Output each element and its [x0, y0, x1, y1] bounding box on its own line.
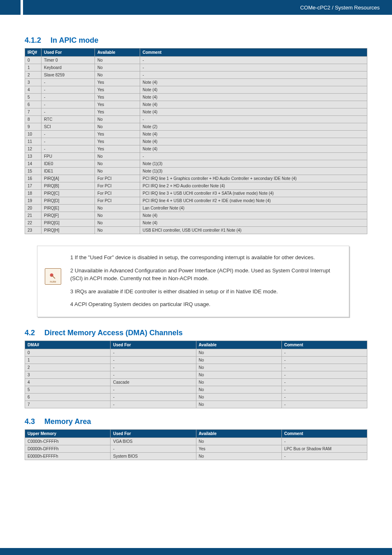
table-row: 0Timer 0No-: [25, 57, 367, 64]
table-cell: PIRQ[F]: [42, 212, 95, 219]
table-row: 0-No-: [25, 349, 367, 356]
table-row: 23PIRQ[H]NoUSB EHCI controller, USB UCHI…: [25, 227, 367, 234]
table-row: 7-YesNote (4): [25, 108, 367, 116]
table-cell: 1: [25, 356, 111, 364]
table-cell: -: [281, 378, 367, 386]
table-cell: PCI IRQ line 1 + Graphics controller + H…: [140, 175, 367, 182]
table-cell: USB EHCI controller, USB UCHI controller…: [140, 227, 367, 234]
col-usedfor: Used For: [111, 429, 196, 438]
note-line: 4 ACPI Operating System decides on parti…: [70, 300, 337, 309]
table-cell: Note (4): [140, 145, 367, 153]
table-cell: Yes: [95, 131, 140, 138]
col-available: Available: [196, 429, 281, 438]
footer-bar: 53: [0, 548, 392, 555]
col-usedfor: Used For: [111, 341, 196, 349]
table-cell: Yes: [95, 94, 140, 101]
table-cell: 6: [25, 101, 42, 108]
table-cell: PCI IRQ line 2 + HD Audio controller Not…: [140, 182, 367, 190]
table-cell: 20: [25, 205, 42, 212]
col-dma: DMA#: [25, 341, 111, 349]
table-row: 4CascadeNo-: [25, 378, 367, 386]
table-cell: For PCI: [95, 175, 140, 182]
table-row: 21PIRQ[F]NoNote (4): [25, 212, 367, 219]
table-cell: -: [281, 452, 367, 460]
table-cell: 19: [25, 197, 42, 205]
table-cell: PCI IRQ line 4 + USB UCHI controller #2 …: [140, 197, 367, 205]
table-cell: 0: [25, 57, 42, 64]
table-cell: No: [196, 452, 281, 460]
table-cell: Yes: [95, 101, 140, 108]
table-cell: -: [111, 371, 196, 378]
col-comment: Comment: [281, 429, 367, 438]
table-cell: -: [42, 131, 95, 138]
table-row: 6-No-: [25, 393, 367, 401]
table-cell: No: [196, 438, 281, 445]
table-cell: For PCI: [95, 190, 140, 197]
note-line: 2 Unavailable in Advanced Configuration …: [70, 267, 337, 283]
table-cell: For PCI: [95, 182, 140, 190]
table-cell: Note (4): [140, 138, 367, 145]
table-cell: Slave 8259: [42, 71, 95, 79]
section-number: 4.2: [25, 329, 35, 337]
table-row: 16PIRQ[A]For PCIPCI IRQ line 1 + Graphic…: [25, 175, 367, 182]
table-cell: No: [95, 227, 140, 234]
section-heading: In APIC mode: [51, 36, 98, 44]
table-cell: No: [196, 349, 281, 356]
table-cell: No: [95, 153, 140, 160]
page-content: 4.1.2 In APIC mode IRQ# Used For Availab…: [0, 15, 392, 491]
table-cell: 3: [25, 79, 42, 86]
table-cell: For PCI: [95, 197, 140, 205]
table-row: 3-YesNote (4): [25, 79, 367, 86]
table-cell: No: [196, 371, 281, 378]
table-cell: 10: [25, 131, 42, 138]
header-bar: COMe-cPC2 / System Resources: [0, 0, 392, 15]
table-cell: -: [281, 349, 367, 356]
col-usedfor: Used For: [42, 48, 95, 57]
mem-table: Upper Memory Used For Available Comment …: [25, 429, 367, 460]
table-cell: 7: [25, 108, 42, 116]
section-apic-title: 4.1.2 In APIC mode: [25, 36, 367, 45]
breadcrumb: COMe-cPC2 / System Resources: [300, 5, 380, 11]
table-cell: -: [111, 364, 196, 371]
table-cell: Yes: [95, 86, 140, 94]
table-row: 17PIRQ[B]For PCIPCI IRQ line 2 + HD Audi…: [25, 182, 367, 190]
table-cell: IDE0: [42, 160, 95, 168]
table-cell: PIRQ[G]: [42, 219, 95, 227]
table-cell: No: [95, 219, 140, 227]
table-cell: -: [140, 71, 367, 79]
table-cell: 14: [25, 160, 42, 168]
table-cell: Timer 0: [42, 57, 95, 64]
table-cell: 2: [25, 364, 111, 371]
note-line: 1 If the "Used For" device is disabled i…: [70, 253, 337, 262]
table-cell: -: [42, 108, 95, 116]
table-row: 22PIRQ[G]NoNote (4): [25, 219, 367, 227]
table-cell: Cascade: [111, 378, 196, 386]
note-icon-label: note: [50, 280, 56, 283]
col-upper-memory: Upper Memory: [25, 429, 111, 438]
table-row: 18PIRQ[C]For PCIPCI IRQ line 3 + USB UCH…: [25, 190, 367, 197]
table-cell: System BIOS: [111, 452, 196, 460]
table-row: 6-YesNote (4): [25, 101, 367, 108]
table-cell: No: [95, 57, 140, 64]
table-cell: SCI: [42, 123, 95, 131]
table-cell: Keyboard: [42, 64, 95, 71]
table-row: 8RTCNo-: [25, 116, 367, 123]
table-cell: Note (1)(3): [140, 160, 367, 168]
table-cell: RTC: [42, 116, 95, 123]
table-row: D0000h-DFFFFh-YesLPC Bus or Shadow RAM: [25, 445, 367, 452]
table-cell: 6: [25, 393, 111, 401]
table-cell: No: [196, 364, 281, 371]
table-cell: -: [111, 393, 196, 401]
col-available: Available: [196, 341, 281, 349]
table-row: 1-No-: [25, 356, 367, 364]
table-row: 10-YesNote (4): [25, 131, 367, 138]
section-heading: Memory Area: [44, 417, 91, 426]
note-text: 1 If the "Used For" device is disabled i…: [70, 253, 337, 309]
table-cell: -: [140, 57, 367, 64]
col-comment: Comment: [281, 341, 367, 349]
table-row: 11-YesNote (4): [25, 138, 367, 145]
table-cell: 1: [25, 64, 42, 71]
table-cell: No: [95, 160, 140, 168]
table-cell: 2: [25, 71, 42, 79]
table-cell: -: [140, 153, 367, 160]
